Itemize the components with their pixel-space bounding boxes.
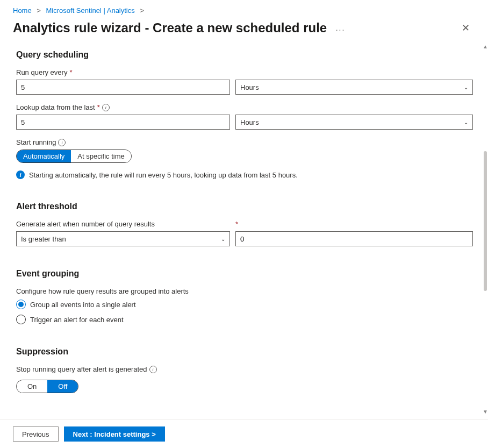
radio-unchecked-icon	[16, 315, 26, 324]
page-title: Analytics rule wizard - Create a new sch…	[13, 20, 327, 35]
grouping-each-radio[interactable]: Trigger an alert for each event	[16, 315, 473, 324]
start-specific-option[interactable]: At specific time	[71, 150, 131, 162]
more-icon[interactable]: ···	[336, 25, 346, 34]
start-running-label: Start running i	[16, 138, 473, 146]
suppression-off-option[interactable]: Off	[47, 380, 78, 393]
lookup-unit-select[interactable]: Hours ⌄	[235, 115, 473, 130]
previous-button[interactable]: Previous	[13, 426, 59, 442]
start-auto-option[interactable]: Automatically	[17, 150, 71, 162]
required-indicator: *	[235, 220, 238, 228]
run-every-unit-select[interactable]: Hours ⌄	[235, 80, 473, 95]
suppression-toggle: On Off	[16, 380, 78, 393]
chevron-right-icon: >	[37, 6, 41, 15]
content-area: Query scheduling Run query every * Hours…	[0, 44, 488, 416]
threshold-operator-select[interactable]: Is greater than ⌄	[16, 231, 230, 246]
section-scheduling-title: Query scheduling	[16, 50, 473, 60]
breadcrumb-sentinel[interactable]: Microsoft Sentinel | Analytics	[46, 6, 135, 15]
lookup-label: Lookup data from the last * i	[16, 103, 473, 111]
run-every-label: Run query every *	[16, 68, 473, 76]
suppression-stop-label: Stop running query after alert is genera…	[16, 365, 473, 373]
section-grouping-title: Event grouping	[16, 269, 473, 279]
threshold-value-label: *	[235, 220, 473, 228]
threshold-value-input[interactable]	[235, 231, 473, 246]
info-icon[interactable]: i	[102, 104, 110, 111]
footer: Previous Next : Incident settings >	[0, 419, 488, 448]
grouping-desc: Configure how rule query results are gro…	[16, 287, 473, 295]
start-running-toggle: Automatically At specific time	[16, 150, 132, 163]
chevron-down-icon: ⌄	[464, 119, 468, 125]
grouping-single-radio[interactable]: Group all events into a single alert	[16, 300, 473, 309]
info-icon: i	[16, 170, 25, 179]
section-threshold-title: Alert threshold	[16, 202, 473, 211]
close-icon[interactable]: ✕	[456, 19, 475, 37]
generate-alert-label: Generate alert when number of query resu…	[16, 220, 230, 228]
info-icon[interactable]: i	[58, 139, 66, 146]
section-suppression-title: Suppression	[16, 347, 473, 357]
breadcrumb-home[interactable]: Home	[13, 6, 32, 15]
radio-checked-icon	[16, 300, 26, 309]
header: Analytics rule wizard - Create a new sch…	[0, 15, 488, 44]
required-indicator: *	[69, 68, 72, 76]
scroll-thumb[interactable]	[484, 151, 487, 291]
required-indicator: *	[97, 103, 100, 111]
chevron-down-icon: ⌄	[221, 236, 225, 242]
info-icon[interactable]: i	[149, 366, 157, 373]
chevron-down-icon: ⌄	[464, 84, 468, 90]
breadcrumb: Home > Microsoft Sentinel | Analytics >	[0, 0, 488, 15]
lookup-input[interactable]	[16, 115, 230, 130]
scroll-up-icon[interactable]: ▲	[483, 44, 488, 51]
scheduling-info: i Starting automatically, the rule will …	[16, 170, 473, 179]
next-button[interactable]: Next : Incident settings >	[64, 426, 165, 442]
run-every-input[interactable]	[16, 80, 230, 95]
scrollbar[interactable]: ▲ ▼	[483, 44, 488, 416]
scroll-down-icon[interactable]: ▼	[483, 409, 488, 416]
suppression-on-option[interactable]: On	[17, 380, 47, 393]
chevron-right-icon: >	[140, 6, 144, 15]
